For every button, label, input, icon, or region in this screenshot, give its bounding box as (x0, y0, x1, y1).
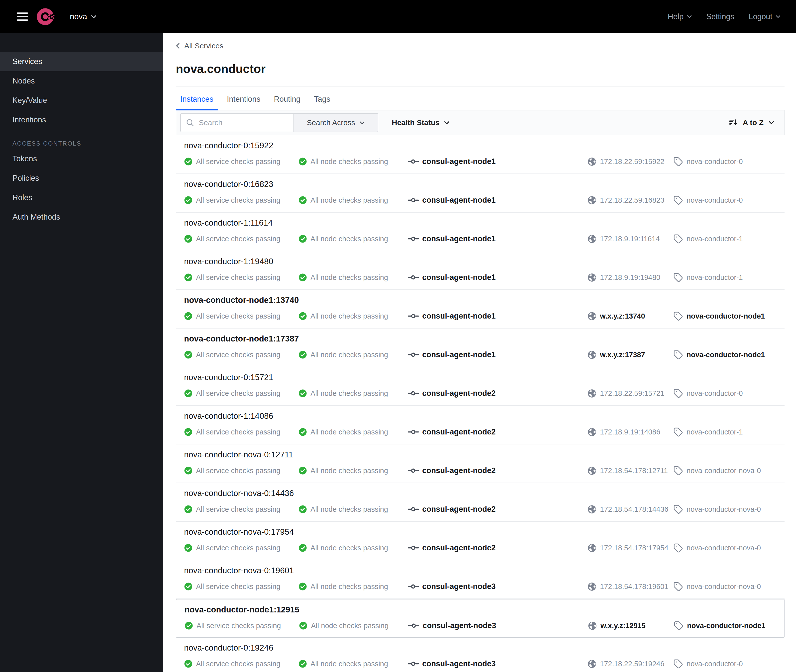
instance-name-link[interactable]: nova-conductor-0:15922 (184, 141, 273, 150)
sidebar-item[interactable]: Nodes (0, 71, 163, 91)
node-link[interactable]: consul-agent-node2 (408, 466, 496, 476)
tag-icon (673, 466, 683, 475)
globe-icon (587, 157, 596, 166)
service-checks-status: All service checks passing (184, 504, 280, 514)
tag-cell: nova-conductor-nova-0 (673, 466, 761, 476)
node-link[interactable]: consul-agent-node3 (408, 659, 496, 669)
instance-meta: All service checks passing All node chec… (176, 272, 785, 283)
instance-row: nova-conductor-nova-0:12711 All service … (176, 445, 785, 483)
node-name: consul-agent-node1 (422, 196, 496, 205)
node-link[interactable]: consul-agent-node1 (408, 156, 496, 167)
tab[interactable]: Intentions (223, 88, 265, 110)
node-link[interactable]: consul-agent-node2 (408, 542, 496, 553)
node-name: consul-agent-node1 (422, 157, 496, 166)
tag-icon (674, 621, 684, 630)
health-status-filter[interactable]: Health Status (392, 118, 450, 127)
tag-value: nova-conductor-1 (687, 274, 743, 282)
search-icon (186, 118, 194, 127)
instance-row: nova-conductor-1:19480 All service check… (176, 251, 785, 290)
node-name: consul-agent-node1 (422, 234, 496, 243)
consul-logo-icon (36, 6, 56, 27)
main-content: All Services nova.conductor Instances In… (163, 33, 796, 672)
service-checks-status: All service checks passing (184, 156, 280, 167)
breadcrumb[interactable]: All Services (176, 41, 223, 51)
address-cell: 172.18.9.19:14086 (587, 427, 660, 437)
check-circle-icon (298, 157, 307, 166)
tab[interactable]: Routing (269, 88, 305, 110)
instance-name-link[interactable]: nova-conductor-0:16823 (184, 179, 273, 189)
tab-label: Tags (314, 95, 330, 104)
node-link[interactable]: consul-agent-node2 (408, 427, 496, 437)
sidebar-item[interactable]: Tokens (0, 149, 163, 168)
instance-meta: All service checks passing All node chec… (176, 542, 785, 553)
globe-icon (587, 389, 596, 398)
instance-name-link[interactable]: nova-conductor-1:14086 (184, 411, 273, 421)
page-title: nova.conductor (176, 61, 785, 77)
sidebar-item[interactable]: Intentions (0, 110, 163, 130)
node-link[interactable]: consul-agent-node2 (408, 504, 496, 514)
instance-name-link[interactable]: nova-conductor-1:11614 (184, 218, 272, 227)
node-link[interactable]: consul-agent-node2 (408, 388, 496, 398)
node-link[interactable]: consul-agent-node3 (408, 581, 496, 592)
instance-row: nova-conductor-node1:17387 All service c… (176, 328, 785, 367)
address-cell: w.x.y.z:13740 (587, 311, 645, 321)
top-nav-item[interactable]: Settings (706, 12, 734, 21)
datacenter-label: nova (70, 12, 87, 21)
service-checks-label: All service checks passing (196, 544, 280, 552)
node-link[interactable]: consul-agent-node1 (408, 349, 496, 360)
sidebar-item[interactable]: Key/Value (0, 91, 163, 110)
instance-name-link[interactable]: nova-conductor-node1:17387 (184, 334, 299, 344)
instance-name-link[interactable]: nova-conductor-nova-0:14436 (184, 488, 294, 498)
instance-name-link[interactable]: nova-conductor-node1:13740 (184, 295, 299, 305)
sidebar-item[interactable]: Auth Methods (0, 207, 163, 227)
node-link[interactable]: consul-agent-node1 (408, 195, 496, 205)
node-link[interactable]: consul-agent-node1 (408, 272, 496, 283)
search-input[interactable] (198, 118, 288, 127)
instance-name-link[interactable]: nova-conductor-nova-0:12711 (184, 450, 293, 459)
instance-row: nova-conductor-nova-0:14436 All service … (176, 483, 785, 522)
node-icon (408, 507, 419, 512)
sort-control[interactable]: A to Z (729, 118, 774, 127)
sidebar-item[interactable]: Services (0, 52, 163, 71)
check-circle-icon (298, 505, 307, 514)
service-checks-status: All service checks passing (184, 621, 281, 631)
instance-name-link[interactable]: nova-conductor-0:15721 (184, 373, 273, 382)
service-checks-label: All service checks passing (196, 660, 280, 668)
instance-name-link[interactable]: nova-conductor-nova-0:17954 (184, 527, 294, 537)
check-circle-icon (298, 582, 307, 591)
check-circle-icon (298, 659, 307, 668)
service-checks-status: All service checks passing (184, 234, 280, 244)
top-nav-item[interactable]: Logout (749, 12, 780, 21)
tag-cell: nova-conductor-0 (673, 156, 743, 167)
node-link[interactable]: consul-agent-node3 (408, 621, 496, 631)
node-link[interactable]: consul-agent-node1 (408, 234, 496, 244)
service-checks-label: All service checks passing (197, 622, 281, 630)
node-checks-status: All node checks passing (299, 621, 389, 631)
top-nav-item[interactable]: Help (668, 12, 692, 21)
instance-name-link[interactable]: nova-conductor-nova-0:19601 (184, 566, 294, 575)
sidebar-item[interactable]: Roles (0, 188, 163, 207)
address-value: 172.18.22.59:15922 (600, 158, 664, 166)
instance-name-link[interactable]: nova-conductor-node1:12915 (184, 605, 299, 614)
node-link[interactable]: consul-agent-node1 (408, 311, 496, 321)
service-checks-label: All service checks passing (196, 196, 280, 205)
tab[interactable]: Instances (176, 88, 218, 110)
instance-name-link[interactable]: nova-conductor-0:19246 (184, 643, 273, 653)
search-across-button[interactable]: Search Across (293, 113, 378, 132)
globe-icon (587, 196, 596, 205)
hamburger-menu-icon[interactable] (16, 11, 29, 22)
check-circle-icon (184, 157, 192, 166)
sort-label: A to Z (743, 118, 764, 127)
search-box (180, 113, 293, 132)
datacenter-selector[interactable]: nova (70, 12, 96, 21)
address-cell: 172.18.54.178:19601 (587, 581, 668, 592)
instance-name-link[interactable]: nova-conductor-1:19480 (184, 257, 273, 266)
service-checks-label: All service checks passing (196, 351, 280, 359)
tag-value: nova-conductor-0 (687, 389, 743, 398)
tab[interactable]: Tags (309, 88, 335, 110)
check-circle-icon (298, 466, 307, 475)
sidebar-item[interactable]: Policies (0, 168, 163, 188)
check-circle-icon (184, 659, 192, 668)
node-checks-status: All node checks passing (298, 466, 388, 476)
node-icon (408, 584, 419, 589)
